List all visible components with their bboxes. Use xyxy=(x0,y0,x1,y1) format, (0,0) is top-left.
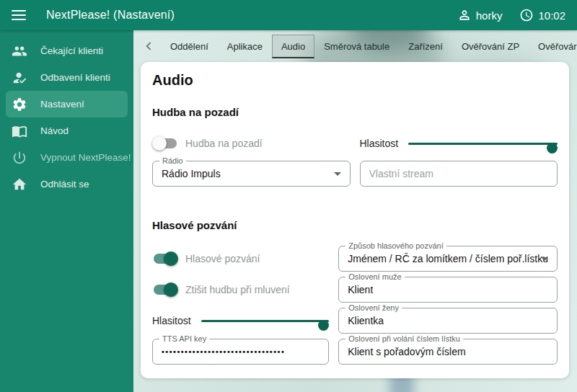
person-check-icon xyxy=(12,70,27,86)
salutation-ticket-input[interactable]: Oslovení při volání číslem lístku Klient… xyxy=(338,339,558,365)
salutation-ticket-value: Klient s pořadovým číslem xyxy=(348,346,465,357)
username: horky xyxy=(476,9,503,22)
tab-zarizeni[interactable]: Zařízení xyxy=(399,35,452,58)
custom-stream-placeholder: Vlastní stream xyxy=(369,168,433,179)
people-icon xyxy=(12,43,27,59)
salutation-male-input[interactable]: Oslovení muže Klient xyxy=(338,277,558,303)
tts-api-key-input[interactable]: TTS API key ••••••••••••••••••••••••••••… xyxy=(152,339,329,365)
sidebar-item-navod[interactable]: Návod xyxy=(6,117,128,144)
radio-select[interactable]: Rádio Rádio Impuls xyxy=(152,161,351,187)
invite-method-select[interactable]: Způsob hlasového pozvání Jménem / RČ za … xyxy=(338,246,558,272)
background-music-toggle-label: Hudba na pozadí xyxy=(185,138,263,149)
tab-overovani-zp[interactable]: Ověřování ZP xyxy=(452,35,529,58)
tab-overovar[interactable]: Ověřovár xyxy=(529,35,577,58)
tts-api-key-value: •••••••••••••••••••••••••••••••• xyxy=(162,347,285,356)
page-title: Audio xyxy=(152,72,558,89)
sidebar-item-label: Návod xyxy=(40,125,69,136)
person-icon xyxy=(457,8,472,22)
settings-tab-bar: Oddělení Aplikace Audio Směrová tabule Z… xyxy=(133,30,577,62)
salutation-male-label: Oslovení muže xyxy=(345,272,404,282)
invite-method-label: Způsob hlasového pozvání xyxy=(345,241,446,251)
voice-volume-slider[interactable] xyxy=(201,315,330,326)
tts-api-key-label: TTS API key xyxy=(159,334,209,344)
voice-volume-label: Hlasitost xyxy=(152,315,191,326)
section-heading-voice-invite: Hlasové pozvání xyxy=(152,219,558,231)
sidebar-item-nastaveni[interactable]: Nastavení xyxy=(6,91,128,117)
mute-music-toggle-label: Ztišit hudbu při mluvení xyxy=(185,284,290,295)
radio-select-label: Rádio xyxy=(159,156,186,166)
sidebar-item-label: Nastavení xyxy=(40,99,84,110)
clock-icon xyxy=(519,8,534,22)
background-music-toggle[interactable] xyxy=(152,136,178,151)
salutation-female-label: Oslovení ženy xyxy=(345,303,402,313)
topbar: NextPlease! (Nastavení) horky 10:02 xyxy=(0,0,577,30)
topbar-right: horky 10:02 xyxy=(457,8,565,22)
chevron-down-icon xyxy=(334,172,341,179)
gear-icon xyxy=(12,97,27,112)
salutation-male-value: Klient xyxy=(348,284,373,295)
tab-aplikace[interactable]: Aplikace xyxy=(218,35,272,58)
radio-select-value: Rádio Impuls xyxy=(162,168,221,179)
custom-stream-input[interactable]: Vlastní stream xyxy=(360,161,558,187)
clock-time: 10:02 xyxy=(538,9,565,22)
main-area: Oddělení Aplikace Audio Směrová tabule Z… xyxy=(133,30,577,392)
sidebar-item-cekajici-klienti[interactable]: Čekající klienti xyxy=(6,37,128,64)
book-icon xyxy=(12,123,27,139)
salutation-female-value: Klientka xyxy=(348,315,384,326)
sidebar-item-odhlasit[interactable]: Odhlásit se xyxy=(6,171,128,197)
background-music-volume-slider[interactable] xyxy=(408,138,558,149)
salutation-ticket-label: Oslovení při volání číslem lístku xyxy=(345,334,463,344)
tab-smerova-tabule[interactable]: Směrová tabule xyxy=(314,35,399,58)
app-title: NextPlease! (Nastavení) xyxy=(46,9,175,22)
sidebar-item-label: Čekající klienti xyxy=(40,45,103,56)
sidebar-item-vypnout[interactable]: Vypnout NextPlease! xyxy=(6,144,128,171)
sidebar-item-label: Odbavení klienti xyxy=(40,72,110,83)
sidebar: Čekající klienti Odbavení klienti Nastav… xyxy=(0,30,133,392)
section-heading-background-music: Hudba na pozadí xyxy=(152,106,558,118)
sidebar-item-label: Odhlásit se xyxy=(40,179,89,190)
mute-music-toggle[interactable] xyxy=(152,282,178,297)
tab-oddeleni[interactable]: Oddělení xyxy=(161,35,218,58)
voice-invite-toggle[interactable] xyxy=(152,251,178,266)
home-icon xyxy=(12,177,27,192)
audio-settings-card: Audio Hudba na pozadí Hudba na pozadí Hl… xyxy=(141,62,569,378)
chevron-down-icon xyxy=(541,257,548,264)
salutation-female-input[interactable]: Oslovení ženy Klientka xyxy=(338,308,558,334)
sidebar-item-odbaveni-klienti[interactable]: Odbavení klienti xyxy=(6,64,128,91)
menu-icon[interactable] xyxy=(12,10,26,20)
sidebar-item-label: Vypnout NextPlease! xyxy=(40,152,131,163)
invite-method-value: Jménem / RČ za lomítkem / číslem poř.lís… xyxy=(348,253,548,264)
power-icon xyxy=(12,150,27,166)
tab-audio[interactable]: Audio xyxy=(272,35,314,58)
volume-label: Hlasitost xyxy=(360,138,399,149)
chevron-left-icon[interactable] xyxy=(142,39,157,53)
app-window: NextPlease! (Nastavení) horky 10:02 Čeka… xyxy=(0,0,577,392)
voice-invite-toggle-label: Hlasové pozvání xyxy=(185,253,260,264)
